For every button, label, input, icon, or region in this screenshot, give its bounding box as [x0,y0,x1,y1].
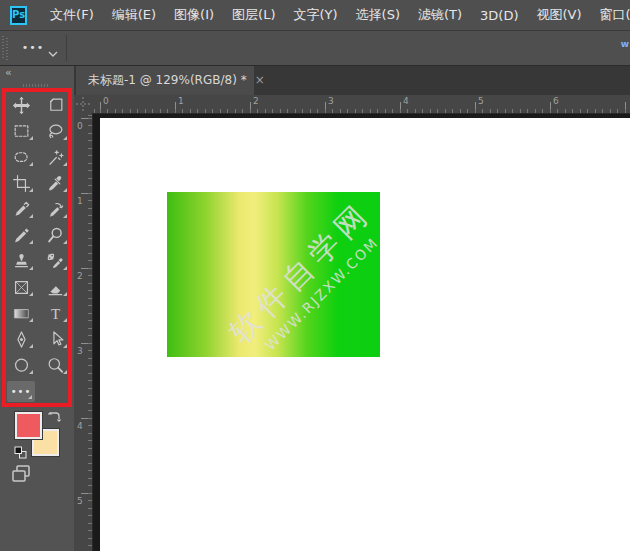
menu-item-1[interactable]: 编辑(E) [103,0,165,30]
object-selection-tool[interactable] [6,145,36,169]
menu-items: 文件(F)编辑(E)图像(I)图层(L)文字(Y)选择(S)滤镜(T)3D(D)… [41,0,630,30]
options-separator [66,35,67,61]
magic-wand-tool[interactable] [40,145,70,169]
chevron-down-icon[interactable] [48,43,58,62]
move-tool[interactable] [6,93,36,117]
photoshop-logo: Ps [10,6,27,25]
vertical-ruler-ticks [74,113,92,551]
direct-selection-tool[interactable] [40,327,70,351]
h-ruler-number-3: 3 [328,96,334,106]
rect-marquee-tool[interactable] [6,119,36,143]
eraser-tool[interactable] [40,275,70,299]
h-ruler-number-4: 4 [403,96,409,106]
workspace-icon[interactable]: w [621,39,629,49]
tools-panel-grip[interactable] [23,84,49,87]
frame-tool[interactable] [6,275,36,299]
pen-tool[interactable] [6,327,36,351]
close-icon[interactable]: × [255,73,265,87]
v-ruler-number-0: 0 [77,121,83,131]
h-ruler-number-2: 2 [253,96,259,106]
h-ruler-number-6: 6 [553,96,559,106]
spot-healing-brush-tool[interactable] [6,197,36,221]
crop-tool[interactable] [6,171,36,195]
ruler-origin-corner[interactable] [74,95,93,114]
v-ruler-number-3: 3 [77,346,83,356]
collapse-panel-button[interactable]: « [5,66,11,79]
tools-grid: T••• [4,92,72,404]
document-tab-bar: 未标题-1 @ 129%(RGB/8) * × [74,65,630,95]
vertical-ruler[interactable]: 012345 [74,113,93,551]
menu-item-8[interactable]: 视图(V) [528,0,591,30]
clone-stamp-tool[interactable] [6,249,36,273]
lasso-tool[interactable] [40,119,70,143]
h-ruler-number-5: 5 [478,96,484,106]
ellipse-tool[interactable] [6,353,36,377]
h-ruler-number-1: 1 [178,96,184,106]
menu-item-5[interactable]: 选择(S) [347,0,409,30]
brush-tool[interactable] [6,223,36,247]
document-canvas[interactable]: 软件自学网 WWW.RJZXW.COM [100,118,630,551]
h-ruler-number-0: 0 [103,96,109,106]
svg-text:T: T [50,305,59,321]
menu-item-4[interactable]: 文字(Y) [284,0,346,30]
menu-bar: Ps 文件(F)编辑(E)图像(I)图层(L)文字(Y)选择(S)滤镜(T)3D… [0,0,630,31]
dodge-tool[interactable] [40,223,70,247]
default-colors-icon[interactable] [14,444,27,463]
menu-item-2[interactable]: 图像(I) [165,0,223,30]
photoshop-window: Ps 文件(F)编辑(E)图像(I)图层(L)文字(Y)选择(S)滤镜(T)3D… [0,0,630,551]
edit-toolbar-button[interactable]: ••• [7,381,35,402]
history-brush-tool[interactable] [40,197,70,221]
v-ruler-number-2: 2 [77,271,83,281]
menu-item-0[interactable]: 文件(F) [41,0,103,30]
v-ruler-number-4: 4 [77,421,83,431]
artboard-tool[interactable] [40,93,70,117]
foreground-color-swatch[interactable] [15,412,42,439]
menu-item-9[interactable]: 窗口(W) [591,0,630,30]
options-grip-handle[interactable] [2,36,9,60]
tools-panel: « T••• [0,65,74,551]
menu-item-6[interactable]: 滤镜(T) [409,0,471,30]
document-tab[interactable]: 未标题-1 @ 129%(RGB/8) * × [76,65,254,95]
v-ruler-number-1: 1 [77,196,83,206]
gradient-filled-rectangle[interactable] [167,192,380,357]
tool-preset-ellipsis-button[interactable]: ••• [20,38,46,57]
options-bar: ••• w [0,31,630,66]
swap-colors-icon[interactable] [47,409,61,428]
horizontal-ruler[interactable]: 0123456 [92,95,630,114]
menu-item-7[interactable]: 3D(D) [471,0,527,30]
zoom-tool[interactable] [40,353,70,377]
document-area: 未标题-1 @ 129%(RGB/8) * × 0123456 012345 软… [74,65,630,551]
v-ruler-number-5: 5 [77,496,83,506]
gradient-tool[interactable] [6,301,36,325]
menu-item-3[interactable]: 图层(L) [223,0,284,30]
type-tool[interactable]: T [40,301,70,325]
eyedropper-tool[interactable] [40,171,70,195]
document-tab-title: 未标题-1 @ 129%(RGB/8) * [76,72,247,89]
screen-mode-icon[interactable] [10,463,32,489]
color-sampler-tool[interactable] [40,249,70,273]
horizontal-ruler-ticks [92,95,630,113]
